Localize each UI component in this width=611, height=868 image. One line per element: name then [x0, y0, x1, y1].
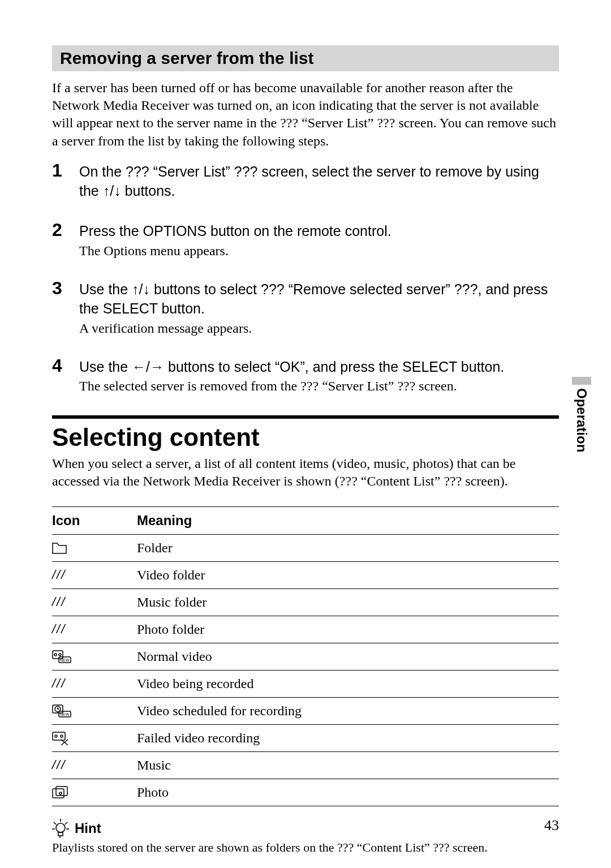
meaning-cell: Video scheduled for recording — [137, 697, 559, 724]
step-sub: A verification message appears. — [79, 321, 559, 336]
step-number: 3 — [52, 278, 62, 299]
table-row: ///Video folder — [52, 561, 559, 588]
side-tab-marker — [572, 377, 591, 385]
hint-bulb-icon — [52, 819, 69, 838]
step-3: 3 Use the ↑/↓ buttons to select ??? “Rem… — [52, 280, 559, 336]
page-number: 43 — [544, 817, 559, 834]
svg-line-18 — [65, 822, 67, 824]
table-row: Photo — [52, 779, 559, 806]
step-2: 2 Press the OPTIONS button on the remote… — [52, 222, 559, 259]
step-number: 1 — [52, 160, 62, 181]
svg-text:NEW: NEW — [60, 712, 70, 716]
table-row: ///Video being recorded — [52, 670, 559, 697]
icon-meaning-table: Icon Meaning Folder///Video folder///Mus… — [52, 506, 559, 806]
side-tab: Operation — [569, 377, 594, 452]
table-row: ///Photo folder — [52, 616, 559, 643]
meaning-cell: Photo — [137, 779, 559, 806]
slashes-icon: /// — [52, 588, 137, 616]
hint-heading: Hint — [52, 819, 559, 838]
side-tab-label: Operation — [574, 388, 590, 452]
table-row: NEWVideo scheduled for recording — [52, 697, 559, 724]
tape_x-icon — [52, 724, 137, 751]
col-header-meaning: Meaning — [137, 506, 559, 534]
slashes-icon: /// — [52, 670, 137, 697]
meaning-cell: Video being recorded — [137, 670, 559, 697]
meaning-cell: Photo folder — [137, 616, 559, 643]
table-row: ///Music folder — [52, 588, 559, 616]
hint-body: Playlists stored on the server are shown… — [52, 840, 559, 855]
svg-point-10 — [55, 735, 57, 737]
manual-page: Operation Removing a server from the lis… — [0, 0, 611, 868]
left-right-arrow-icon: ←/→ — [132, 359, 164, 375]
intro-text: If a server has been turned off or has b… — [52, 79, 559, 150]
hint-label: Hint — [75, 820, 101, 836]
clock_new-icon: NEW — [52, 697, 137, 724]
table-row: ///Music — [52, 751, 559, 779]
step-1: 1 On the ??? “Server List” ??? screen, s… — [52, 162, 559, 201]
table-row: Failed video recording — [52, 724, 559, 751]
svg-text:NEW: NEW — [60, 658, 70, 662]
steps-list: 1 On the ??? “Server List” ??? screen, s… — [52, 162, 559, 394]
table-row: Folder — [52, 534, 559, 561]
up-down-arrow-icon: ↑/↓ — [132, 281, 150, 297]
divider — [52, 415, 559, 419]
svg-point-1 — [54, 654, 57, 656]
step-main: Press the OPTIONS button on the remote c… — [79, 222, 559, 241]
step-number: 4 — [52, 355, 62, 376]
section-heading-selecting-content: Selecting content — [52, 423, 559, 452]
slashes-icon: /// — [52, 616, 137, 643]
svg-point-14 — [59, 792, 62, 794]
svg-point-2 — [59, 654, 61, 656]
svg-rect-12 — [53, 789, 64, 798]
step-sub: The selected server is removed from the … — [79, 379, 559, 394]
slashes-icon: /// — [52, 751, 137, 779]
slashes-icon: /// — [52, 561, 137, 588]
tape_new-icon: NEW — [52, 643, 137, 670]
svg-line-17 — [54, 822, 56, 824]
meaning-cell: Video folder — [137, 561, 559, 588]
meaning-cell: Failed video recording — [137, 724, 559, 751]
folder-icon — [52, 534, 137, 561]
svg-rect-21 — [58, 832, 63, 836]
step-4: 4 Use the ←/→ buttons to select “OK”, an… — [52, 358, 559, 394]
step-main: Use the ←/→ buttons to select “OK”, and … — [79, 358, 559, 377]
meaning-cell: Folder — [137, 534, 559, 561]
section-heading-remove-server: Removing a server from the list — [52, 45, 559, 71]
step-number: 2 — [52, 220, 62, 240]
meaning-cell: Music — [137, 751, 559, 779]
meaning-cell: Normal video — [137, 643, 559, 670]
section2-intro: When you select a server, a list of all … — [52, 455, 559, 490]
up-down-arrow-icon: ↑/↓ — [103, 183, 121, 199]
table-row: NEWNormal video — [52, 643, 559, 670]
step-main: On the ??? “Server List” ??? screen, sel… — [79, 162, 559, 201]
step-main: Use the ↑/↓ buttons to select ??? “Remov… — [79, 280, 559, 319]
meaning-cell: Music folder — [137, 588, 559, 616]
step-sub: The Options menu appears. — [79, 243, 559, 259]
svg-point-11 — [61, 735, 63, 737]
svg-point-15 — [56, 823, 65, 832]
photos-icon — [52, 779, 137, 806]
col-header-icon: Icon — [52, 506, 137, 534]
